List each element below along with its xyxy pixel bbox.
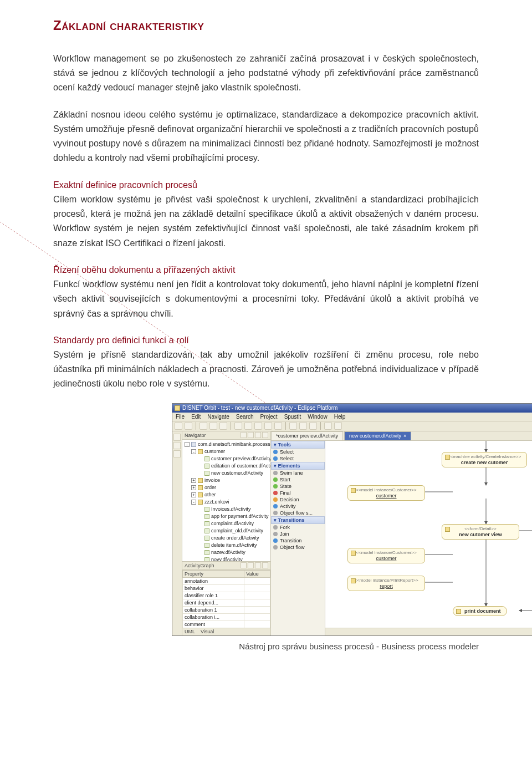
footer-tab-visual[interactable]: Visual — [201, 629, 214, 634]
pane-close-icon[interactable] — [262, 432, 268, 438]
palette-item[interactable]: Swim lane — [271, 470, 325, 476]
toolbar-button[interactable] — [185, 422, 192, 430]
palette-item[interactable]: Object flow s... — [271, 510, 325, 516]
menu-spustit[interactable]: Spustit — [284, 414, 301, 420]
tree-row[interactable]: novy.dfActivity — [183, 556, 270, 561]
palette-group[interactable]: ▾ Elements — [271, 462, 325, 470]
toolbar-button[interactable] — [219, 422, 227, 430]
toolbar-button[interactable] — [324, 422, 332, 430]
tree-row[interactable]: customer preview.dfActivity — [183, 455, 270, 462]
menu-window[interactable]: Window — [308, 414, 328, 420]
tree-row[interactable]: +invoice — [183, 477, 270, 484]
property-row[interactable]: annotation — [183, 577, 270, 584]
toolbar-button[interactable] — [289, 422, 297, 430]
properties-tab[interactable]: ActivityGraph — [185, 563, 214, 568]
menu-project[interactable]: Project — [260, 414, 278, 420]
footer-tab-uml[interactable]: UML — [185, 629, 195, 634]
palette-item[interactable]: Start — [271, 476, 325, 483]
editor-tab-active[interactable]: new customer.dfActivity × — [344, 431, 411, 440]
menu-edit[interactable]: Edit — [191, 414, 201, 420]
tree-row[interactable]: editation of customer.dfActivity — [183, 462, 270, 470]
palette-item[interactable]: Activity — [271, 503, 325, 510]
tree-row[interactable]: -customer — [183, 448, 270, 455]
close-icon[interactable]: × — [403, 433, 406, 439]
perspective-button[interactable] — [173, 442, 181, 449]
toolbar-button[interactable] — [309, 422, 317, 430]
property-row[interactable]: behavior — [183, 584, 270, 592]
diagram-node-view[interactable]: <<form/Detail>> new cutomer view — [442, 524, 519, 540]
palette-item[interactable]: Join — [271, 531, 325, 537]
property-row[interactable]: client depend... — [183, 599, 270, 606]
pane-icon[interactable] — [241, 432, 247, 438]
toolbar-button[interactable] — [299, 422, 307, 430]
palette-item[interactable]: Final — [271, 490, 325, 496]
pane-icon[interactable] — [248, 432, 254, 438]
tree-row[interactable]: create order.dfActivity — [183, 535, 270, 542]
tree-row[interactable]: new customer.dfActivity — [183, 470, 270, 477]
section-2-body: Funkcí workflow systému není jen řídit a… — [53, 279, 479, 318]
toolbar-separator — [231, 422, 231, 430]
pane-icon[interactable] — [255, 562, 261, 568]
menu-help[interactable]: Help — [334, 414, 346, 420]
palette-item[interactable]: Select — [271, 455, 325, 462]
toolbar-button[interactable] — [200, 422, 207, 430]
toolbar-button[interactable] — [274, 422, 282, 430]
palette-group[interactable]: ▾ Tools — [271, 441, 325, 449]
toolbar-button[interactable] — [254, 422, 262, 430]
diagram-node-report[interactable]: <<model instance/PrintReport>> report — [347, 576, 425, 591]
horizontal-scrollbar[interactable] — [325, 628, 532, 635]
menu-file[interactable]: File — [176, 414, 185, 420]
pane-icon[interactable] — [255, 432, 261, 438]
palette-group[interactable]: ▾ Transitions — [271, 516, 325, 524]
diagram-node-customer-2[interactable]: <<model instance/Customer>> customer — [347, 548, 425, 563]
toolbar-button[interactable] — [244, 422, 252, 430]
palette-item[interactable]: Select — [271, 449, 325, 455]
palette-item[interactable]: Fork — [271, 524, 325, 531]
toolbar-button[interactable] — [334, 422, 342, 430]
perspective-button[interactable] — [173, 434, 181, 441]
palette-item[interactable]: Object flow — [271, 544, 325, 551]
navigator-tree[interactable]: -com.disnetsoft.minibank.processes-custo… — [182, 440, 270, 561]
toolbar-separator — [320, 422, 321, 430]
property-row[interactable]: comment — [183, 621, 270, 628]
section-1: Exaktní definice pracovních procesů Cíle… — [53, 177, 479, 250]
property-row[interactable]: classifier role 1 — [183, 592, 270, 599]
tree-row[interactable]: complaint_old.dfActivity — [183, 527, 270, 535]
editor-tab[interactable]: *customer preview.dfActivity — [271, 431, 343, 440]
tree-row[interactable]: -zzzLenkovi — [183, 499, 270, 506]
diagram-node-customer-1[interactable]: <<model instance/Customer>> customer — [347, 485, 425, 501]
perspective-button[interactable] — [173, 450, 181, 457]
properties-table[interactable]: Property Value annotationbehaviorclassif… — [182, 570, 270, 628]
palette-item[interactable]: State — [271, 483, 325, 490]
window-titlebar: DISNET Orbit - test - new customer.dfAct… — [172, 404, 532, 413]
diagram-canvas[interactable]: <<machine activity/CreateInstance>> crea… — [325, 441, 532, 635]
tree-row[interactable]: delete item.dfActivity — [183, 542, 270, 549]
palette-item[interactable]: Transition — [271, 537, 325, 544]
property-row[interactable]: collaboration 1 — [183, 606, 270, 613]
tree-row[interactable]: -com.disnetsoft.minibank.processes — [183, 441, 270, 448]
toolbar-button[interactable] — [234, 422, 242, 430]
node-icon — [351, 551, 356, 556]
diagram-node-create[interactable]: <<machine activity/CreateInstance>> crea… — [442, 452, 527, 467]
toolbar-button[interactable] — [209, 422, 217, 430]
pane-close-icon[interactable] — [262, 562, 268, 568]
tree-row[interactable]: nazev.dfActivity — [183, 549, 270, 556]
toolbar-button[interactable] — [264, 422, 272, 430]
tree-row[interactable]: +order — [183, 484, 270, 491]
left-column: Navigator -com.disnetsoft.minibank.proce… — [182, 431, 271, 635]
palette-item[interactable]: Decision — [271, 496, 325, 503]
pane-icon[interactable] — [241, 562, 247, 568]
pane-icon[interactable] — [248, 562, 254, 568]
editor-tab-label: new customer.dfActivity — [349, 433, 401, 439]
tree-row[interactable]: complaint.dfActivity — [183, 520, 270, 527]
tree-row[interactable]: Invoices.dfActivity — [183, 506, 270, 513]
tree-row[interactable]: app for payment.dfActivity — [183, 513, 270, 520]
menu-navigate[interactable]: Navigate — [207, 414, 229, 420]
diagram-node-print[interactable]: print document — [453, 606, 507, 616]
window-title: DISNET Orbit - test - new customer.dfAct… — [182, 405, 337, 411]
tree-row[interactable]: +other — [183, 491, 270, 499]
menu-search[interactable]: Search — [236, 414, 254, 420]
section-3: Standardy pro definici funkcí a rolí Sys… — [53, 333, 479, 391]
property-row[interactable]: collaboration i... — [183, 613, 270, 621]
toolbar-button[interactable] — [175, 422, 182, 430]
